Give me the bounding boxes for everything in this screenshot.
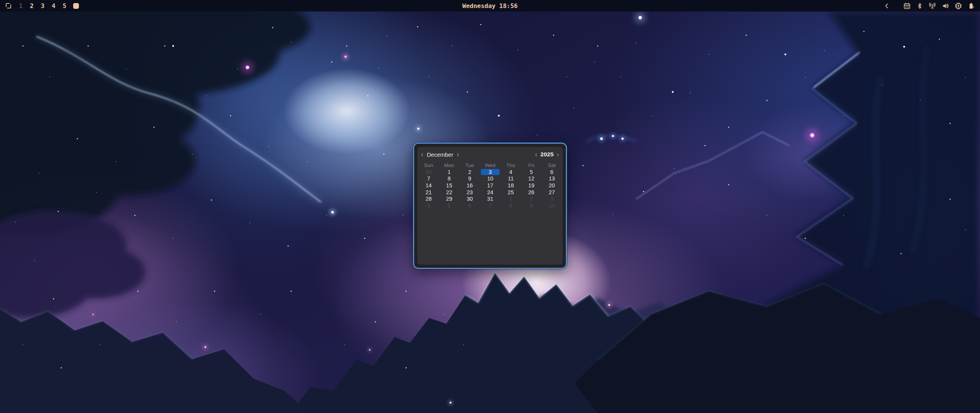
calendar-day-24[interactable]: 24 — [481, 189, 500, 195]
calendar-day-12[interactable]: 12 — [522, 175, 541, 182]
calendar-day-26[interactable]: 26 — [522, 189, 541, 195]
calendar-day-17[interactable]: 17 — [481, 182, 500, 188]
cpu-icon[interactable] — [955, 2, 962, 10]
workspace-4[interactable]: 4 — [48, 2, 59, 10]
calendar-day-5[interactable]: 5 — [522, 169, 541, 175]
day-header-mon: Mon — [439, 162, 460, 168]
day-header-sat: Sat — [542, 162, 562, 168]
calendar-day-28[interactable]: 28 — [419, 196, 438, 202]
calendar-day-30-adjacent[interactable]: 30 — [419, 169, 438, 175]
calendar-day-8-adjacent[interactable]: 8 — [501, 203, 520, 209]
calendar-day-11[interactable]: 11 — [501, 175, 520, 182]
prev-month-button[interactable]: ‹ — [420, 151, 424, 158]
calendar-day-2[interactable]: 2 — [460, 169, 479, 175]
left-mountain-ridge — [0, 308, 308, 413]
calendar-day-22[interactable]: 22 — [440, 189, 459, 195]
calendar-day-3[interactable]: 3 — [481, 169, 500, 175]
calendar-day-1[interactable]: 1 — [440, 169, 459, 175]
next-month-button[interactable]: › — [456, 151, 460, 158]
next-year-button[interactable]: › — [556, 151, 560, 158]
calendar-popup: ‹ December › ‹ 2025 › SunMonTueWedThuFri… — [413, 143, 567, 269]
calendar-icon[interactable] — [903, 2, 911, 10]
day-header-sun: Sun — [418, 162, 439, 168]
battery-charging-icon[interactable] — [968, 2, 975, 10]
year-label: 2025 — [541, 151, 554, 158]
day-header-wed: Wed — [480, 162, 501, 168]
workspace-switcher: 12345 — [5, 2, 79, 10]
workspace-3[interactable]: 3 — [37, 2, 48, 10]
workspace-5[interactable]: 5 — [59, 2, 70, 10]
calendar-panel: ‹ December › ‹ 2025 › SunMonTueWedThuFri… — [417, 146, 563, 265]
desktop: 12345 Wednesday 18:56 — [0, 0, 980, 413]
day-header-thu: Thu — [500, 162, 521, 168]
prev-year-button[interactable]: ‹ — [534, 151, 538, 158]
calendar-day-7[interactable]: 7 — [419, 175, 438, 182]
dark-cloud-topleft — [0, 0, 310, 234]
month-label: December — [427, 151, 453, 158]
calendar-day-18[interactable]: 18 — [501, 182, 520, 188]
calendar-day-31[interactable]: 31 — [481, 196, 500, 202]
clock[interactable]: Wednesday 18:56 — [462, 0, 518, 11]
day-header-tue: Tue — [459, 162, 480, 168]
bluetooth-icon[interactable] — [916, 2, 923, 10]
volume-icon[interactable] — [942, 2, 949, 10]
calendar-day-9[interactable]: 9 — [460, 175, 479, 182]
calendar-day-3-adjacent[interactable]: 3 — [542, 196, 562, 202]
stars-large — [172, 45, 905, 117]
network-signal-icon[interactable] — [929, 2, 936, 10]
calendar-day-27[interactable]: 27 — [542, 189, 562, 195]
workspace-1[interactable]: 1 — [15, 2, 26, 10]
calendar-day-10-adjacent[interactable]: 10 — [542, 203, 562, 209]
calendar-day-29[interactable]: 29 — [440, 196, 459, 202]
day-header-fri: Fri — [521, 162, 542, 168]
calendar-day-8[interactable]: 8 — [440, 175, 459, 182]
calendar-day-6-adjacent[interactable]: 6 — [460, 203, 479, 209]
calendar-day-21[interactable]: 21 — [419, 189, 438, 195]
calendar-day-9-adjacent[interactable]: 9 — [522, 203, 541, 209]
calendar-day-7-adjacent[interactable]: 7 — [481, 203, 500, 209]
purple-rocks-left — [0, 211, 146, 318]
calendar-day-15[interactable]: 15 — [440, 182, 459, 188]
calendar-day-30[interactable]: 30 — [460, 196, 479, 202]
calendar-day-6[interactable]: 6 — [542, 169, 562, 175]
calendar-day-13[interactable]: 13 — [542, 175, 562, 182]
workspace-2[interactable]: 2 — [26, 2, 38, 10]
day-of-week-headers: SunMonTueWedThuFriSat — [417, 162, 563, 169]
calendar-header: ‹ December › ‹ 2025 › — [420, 150, 560, 159]
calendar-day-19[interactable]: 19 — [522, 182, 541, 188]
calendar-day-5-adjacent[interactable]: 5 — [440, 203, 459, 209]
calendar-day-20[interactable]: 20 — [542, 182, 562, 188]
chevron-left-icon[interactable] — [884, 2, 890, 9]
calendar-day-25[interactable]: 25 — [501, 189, 520, 195]
calendar-grid: 3012345678910111213141516171819202122232… — [417, 169, 563, 209]
blue-star-cluster — [586, 133, 636, 142]
calendar-day-2-adjacent[interactable]: 2 — [522, 196, 541, 202]
calendar-day-1-adjacent[interactable]: 1 — [501, 196, 520, 202]
system-tray — [884, 2, 975, 10]
calendar-day-14[interactable]: 14 — [419, 182, 438, 188]
special-workspace-indicator[interactable] — [73, 3, 79, 9]
workspaces-overview-icon[interactable] — [5, 2, 12, 9]
calendar-day-4-adjacent[interactable]: 4 — [419, 203, 438, 209]
calendar-day-23[interactable]: 23 — [460, 189, 479, 195]
year-navigation: ‹ 2025 › — [534, 151, 560, 158]
calendar-day-4[interactable]: 4 — [501, 169, 520, 175]
calendar-day-10[interactable]: 10 — [481, 175, 500, 182]
month-navigation: ‹ December › — [420, 151, 460, 158]
top-bar: 12345 Wednesday 18:56 — [0, 0, 980, 11]
calendar-day-16[interactable]: 16 — [460, 182, 479, 188]
